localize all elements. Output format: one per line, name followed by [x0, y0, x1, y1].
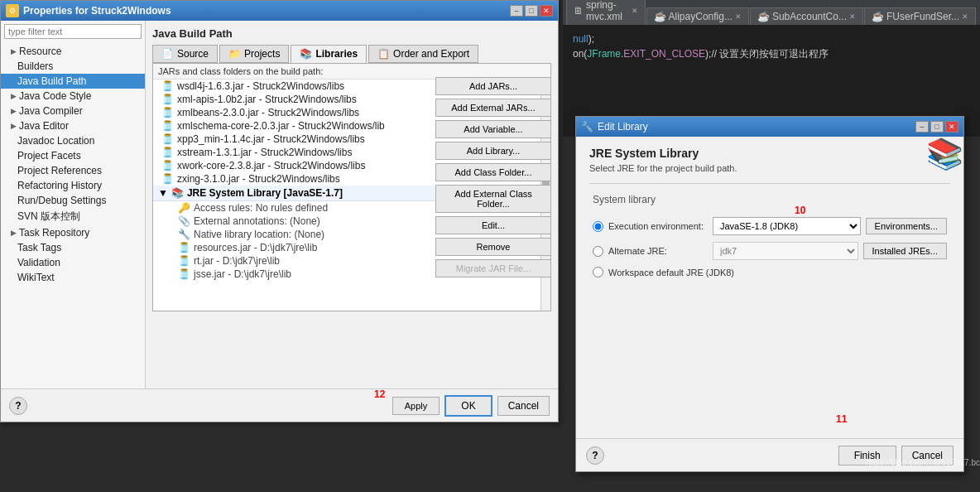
remove-button[interactable]: Remove	[435, 238, 551, 256]
apply-button[interactable]: Apply	[392, 397, 440, 415]
properties-window: ⚙ Properties for Struck2Windows – □ ✕ ▶ …	[0, 0, 559, 422]
jar-icon: 🫙	[161, 107, 174, 118]
execution-env-radio[interactable]	[593, 221, 603, 232]
sidebar-item-refactoring[interactable]: Refactoring History	[1, 178, 145, 193]
sidebar-item-validation[interactable]: Validation	[1, 255, 145, 270]
cancel-button[interactable]: Cancel	[497, 396, 550, 416]
sidebar-item-project-facets[interactable]: Project Facets	[1, 148, 145, 163]
editor-tab-alipay[interactable]: ☕ AlipayConfig... ✕	[646, 7, 749, 25]
editor-tabs-bar: 🗎 spring-mvc.xml ✕ ☕ AlipayConfig... ✕ ☕…	[563, 0, 980, 25]
edit-subtitle: Select JRE for the project build path.	[589, 163, 950, 173]
sidebar-label: Java Editor	[19, 120, 69, 132]
edit-close-button[interactable]: ✕	[945, 121, 958, 133]
jar-icon: 🫙	[161, 120, 174, 132]
sidebar-label: Task Repository	[19, 227, 89, 239]
jar-icon: 🫙	[161, 133, 174, 145]
expand-icon: ▶	[11, 107, 17, 115]
minimize-button[interactable]: –	[510, 5, 523, 17]
sidebar-label: Validation	[17, 257, 60, 268]
close-button[interactable]: ✕	[540, 5, 553, 17]
sidebar-item-task-repository[interactable]: ▶ Task Repository	[1, 225, 145, 240]
edit-titlebar-controls: – □ ✕	[915, 121, 958, 133]
edit-library-content: 📚 JRE System Library Select JRE for the …	[576, 137, 963, 294]
native-icon: 🔧	[178, 229, 190, 240]
sidebar-label: SVN 版本控制	[17, 210, 80, 224]
sidebar-item-java-compiler[interactable]: ▶ Java Compiler	[1, 104, 145, 118]
edit-button[interactable]: Edit...	[435, 216, 551, 234]
code-line-2: on(JFrame.EXIT_ON_CLOSE);// 设置关闭按钮可退出程序	[573, 46, 970, 61]
sidebar-item-java-code-style[interactable]: ▶ Java Code Style	[1, 89, 145, 104]
jar-small-icon: 🫙	[178, 242, 190, 253]
jre-books-icon: 📚	[926, 137, 963, 171]
sidebar-item-javadoc[interactable]: Javadoc Location	[1, 133, 145, 148]
order-icon: 📋	[377, 48, 390, 60]
workspace-jre-label: Workspace default JRE (JDK8)	[608, 268, 734, 277]
edit-minimize-button[interactable]: –	[915, 121, 929, 133]
workspace-jre-radio[interactable]	[593, 267, 603, 277]
expand-arrow-icon: ▼	[158, 187, 168, 199]
tab-close-sub-icon[interactable]: ✕	[849, 12, 856, 21]
tab-close-fund-icon[interactable]: ✕	[962, 12, 968, 21]
bottom-right-buttons: Apply OK Cancel	[392, 395, 550, 417]
sidebar-item-builders[interactable]: Builders	[1, 59, 145, 74]
add-library-button[interactable]: Add Library...	[435, 142, 551, 160]
annotation-icon: 📎	[178, 215, 190, 227]
sidebar-label: WikiText	[17, 272, 55, 283]
environments-button[interactable]: Environments...	[866, 218, 947, 234]
sidebar-label: Java Code Style	[19, 90, 91, 102]
editor-tab-subaccount[interactable]: ☕ SubAccountCo... ✕	[750, 7, 863, 25]
sidebar-item-svn[interactable]: SVN 版本控制	[1, 208, 145, 225]
editor-tab-spring[interactable]: 🗎 spring-mvc.xml ✕	[566, 0, 646, 25]
ok-button[interactable]: OK	[444, 395, 492, 417]
add-class-folder-button[interactable]: Add Class Folder...	[435, 163, 551, 181]
tab-order-export[interactable]: 📋 Order and Export	[368, 45, 478, 63]
expand-icon: ▶	[11, 229, 17, 237]
add-external-jars-button[interactable]: Add External JARs...	[435, 99, 551, 117]
sidebar-item-run-debug[interactable]: Run/Debug Settings	[1, 193, 145, 208]
migrate-jar-button[interactable]: Migrate JAR File...	[435, 259, 551, 277]
tab-source[interactable]: 📄 Source	[152, 45, 218, 63]
add-jars-button[interactable]: Add JARs...	[435, 77, 551, 95]
java-icon-sub: ☕	[757, 11, 770, 22]
sidebar-item-java-build-path[interactable]: Java Build Path	[1, 74, 145, 89]
add-external-class-folder-button[interactable]: Add External Class Folder...	[435, 185, 551, 213]
bottom-bar: ? Apply OK Cancel	[1, 388, 558, 422]
jar-action-buttons: Add JARs... Add External JARs... Add Var…	[435, 77, 551, 277]
projects-icon: 📁	[228, 48, 241, 60]
sidebar-label: Project References	[17, 165, 102, 176]
jar-icon: 🫙	[161, 80, 174, 92]
editor-tab-fundser[interactable]: ☕ FUserFundSer... ✕	[864, 7, 976, 25]
sidebar-item-wikitext[interactable]: WikiText	[1, 270, 145, 285]
sidebar-label: Run/Debug Settings	[17, 195, 106, 206]
installed-jres-button[interactable]: Installed JREs...	[863, 243, 947, 259]
edit-dialog-icon: 🔧	[581, 121, 593, 133]
execution-env-label: Execution environment:	[608, 221, 708, 231]
xml-icon: 🗎	[574, 5, 584, 17]
jar-icon: 🫙	[161, 94, 174, 105]
edit-maximize-button[interactable]: □	[930, 121, 944, 133]
tabs-bar: 📄 Source 📁 Projects 📚 Libraries 📋 Order …	[152, 45, 551, 63]
tab-projects[interactable]: 📁 Projects	[219, 45, 289, 63]
alternate-jre-radio[interactable]	[593, 246, 603, 257]
tab-close-icon[interactable]: ✕	[632, 7, 638, 15]
tab-close-alipay-icon[interactable]: ✕	[735, 12, 742, 21]
edit-section-title: JRE System Library	[589, 147, 950, 160]
help-button[interactable]: ?	[9, 397, 27, 415]
jar-small-icon: 🫙	[178, 268, 190, 280]
filter-input[interactable]	[4, 24, 142, 39]
alternate-jre-select[interactable]: jdk7jdk8	[713, 242, 858, 260]
add-variable-button[interactable]: Add Variable...	[435, 120, 551, 138]
edit-help-button[interactable]: ?	[586, 446, 604, 465]
maximize-button[interactable]: □	[525, 5, 538, 17]
sidebar-item-java-editor[interactable]: ▶ Java Editor	[1, 118, 145, 133]
execution-env-select[interactable]: JavaSE-1.8 (JDK8)JavaSE-1.7JavaSE-1.6	[713, 217, 861, 235]
tab-libraries[interactable]: 📚 Libraries	[291, 45, 367, 63]
sidebar-item-resource[interactable]: ▶ Resource	[1, 44, 145, 59]
sidebar-item-task-tags[interactable]: Task Tags	[1, 240, 145, 255]
workspace-jre-row: Workspace default JRE (JDK8)	[589, 267, 950, 277]
sidebar-label: Refactoring History	[17, 180, 102, 191]
sidebar-tree: ▶ Resource Builders Java Build Path ▶ Ja…	[1, 42, 145, 287]
expand-icon: ▶	[11, 92, 17, 100]
sidebar-item-project-references[interactable]: Project References	[1, 163, 145, 178]
jre-library-icon: 📚	[171, 187, 184, 199]
